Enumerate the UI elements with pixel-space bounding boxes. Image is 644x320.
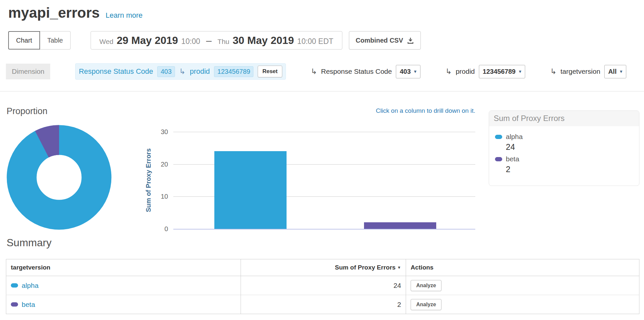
y-axis-ticks: 0102030 xyxy=(143,132,168,229)
legend-panel: Sum of Proxy Errors alpha 24 beta 2 xyxy=(489,110,639,186)
targetversion-select[interactable]: All ▾ xyxy=(604,65,626,78)
bar-alpha[interactable] xyxy=(214,151,287,229)
gridline xyxy=(173,132,475,132)
legend-label: alpha xyxy=(506,133,523,141)
section-divider xyxy=(0,91,644,91)
tab-chart[interactable]: Chart xyxy=(8,31,40,50)
legend-body: alpha 24 beta 2 xyxy=(489,126,639,181)
drilldown-label: Response Status Code xyxy=(321,68,392,75)
select-value: All xyxy=(608,68,617,75)
legend-item-beta[interactable]: beta xyxy=(495,155,633,163)
caret-down-icon: ▾ xyxy=(519,69,522,74)
drilldown-label: prodid xyxy=(456,68,475,75)
drilldown-label: targetversion xyxy=(560,68,600,75)
end-day: Thu xyxy=(218,38,229,46)
column-header-sum-of-proxy-errors[interactable]: Sum of Proxy Errors▼ xyxy=(241,259,406,276)
select-value: 403 xyxy=(400,68,411,75)
row-link-alpha[interactable]: alpha xyxy=(22,282,38,290)
tab-table[interactable]: Table xyxy=(40,31,71,50)
analyze-button-alpha[interactable]: Analyze xyxy=(411,280,441,291)
prodid-select[interactable]: 123456789 ▾ xyxy=(479,65,526,78)
toolbar: Chart Table Wed 29 May 2019 10:00 – Thu … xyxy=(8,31,421,50)
combined-csv-button[interactable]: Combined CSV xyxy=(349,31,421,50)
legend-item-alpha[interactable]: alpha xyxy=(495,133,633,141)
date-range-picker[interactable]: Wed 29 May 2019 10:00 – Thu 30 May 2019 … xyxy=(91,31,342,50)
y-tick-label: 30 xyxy=(161,128,168,136)
row-link-beta[interactable]: beta xyxy=(22,301,35,309)
x-axis-line xyxy=(173,229,475,230)
proportion-donut-chart[interactable] xyxy=(3,122,115,233)
targetversion-cell: alpha xyxy=(11,282,236,290)
legend-value: 2 xyxy=(506,165,633,174)
date-range-separator: – xyxy=(206,35,212,46)
select-value: 123456789 xyxy=(483,68,516,75)
start-date: 29 May 2019 xyxy=(117,34,178,47)
legend-swatch-beta xyxy=(495,157,502,161)
row-value-beta: 2 xyxy=(241,295,406,314)
drilldown-targetversion: ↳ targetversion All ▾ xyxy=(550,65,626,78)
learn-more-link[interactable]: Learn more xyxy=(106,11,143,20)
row-swatch-alpha xyxy=(11,283,18,288)
summary-table: targetversion Sum of Proxy Errors▼ Actio… xyxy=(6,259,639,314)
end-time: 10:00 EDT xyxy=(297,37,333,46)
drilldown-arrow-icon: ↳ xyxy=(179,68,185,75)
drilldown-hint: Click on a column to drill down on it. xyxy=(173,107,475,114)
filter-value-chip-prodid: 123456789 xyxy=(214,66,253,77)
y-tick-label: 10 xyxy=(161,193,168,200)
page-title: myapi_errors xyxy=(8,5,100,21)
bar-plot xyxy=(173,132,475,229)
legend-value: 24 xyxy=(506,142,633,152)
proportion-title: Proportion xyxy=(7,106,48,116)
targetversion-cell: beta xyxy=(11,301,236,309)
summary-title: Summary xyxy=(7,237,52,249)
caret-down-icon: ▾ xyxy=(414,69,417,74)
row-value-alpha: 24 xyxy=(241,276,406,295)
legend-title: Sum of Proxy Errors xyxy=(489,111,639,126)
analyze-button-beta[interactable]: Analyze xyxy=(411,299,441,310)
drilldown-prodid: ↳ prodid 123456789 ▾ xyxy=(445,65,525,78)
view-toggle: Chart Table xyxy=(8,31,71,50)
dimension-bar: Dimension Response Status Code 403 ↳ pro… xyxy=(6,62,637,81)
dimension-label: Dimension xyxy=(6,64,50,79)
drilldown-response-status-code: ↳ Response Status Code 403 ▾ xyxy=(311,65,420,78)
drilldown-arrow-icon: ↳ xyxy=(550,68,556,75)
drilldown-arrow-icon: ↳ xyxy=(311,68,317,75)
table-row-alpha: alpha 24 Analyze xyxy=(6,276,639,295)
drilldown-arrow-icon: ↳ xyxy=(445,68,452,75)
applied-filters: Response Status Code 403 ↳ prodid 123456… xyxy=(75,63,286,80)
legend-label: beta xyxy=(506,155,519,163)
column-header-targetversion[interactable]: targetversion xyxy=(6,259,241,276)
table-header-row: targetversion Sum of Proxy Errors▼ Actio… xyxy=(6,259,639,276)
start-time: 10:00 xyxy=(181,37,200,46)
response-status-code-select[interactable]: 403 ▾ xyxy=(396,65,420,78)
row-swatch-beta xyxy=(11,302,18,307)
start-day: Wed xyxy=(99,38,114,46)
filter-value-chip-403: 403 xyxy=(157,66,175,77)
filter-name-response-status-code: Response Status Code xyxy=(79,67,153,76)
reset-button[interactable]: Reset xyxy=(258,66,282,77)
legend-swatch-alpha xyxy=(495,135,502,139)
sort-desc-icon: ▼ xyxy=(397,265,401,270)
column-header-sum-label: Sum of Proxy Errors xyxy=(335,264,396,271)
end-date: 30 May 2019 xyxy=(233,34,294,47)
y-tick-label: 20 xyxy=(161,160,168,168)
y-tick-label: 0 xyxy=(164,225,168,233)
caret-down-icon: ▾ xyxy=(620,69,622,74)
column-header-actions: Actions xyxy=(406,259,639,276)
bar-beta[interactable] xyxy=(364,222,436,229)
filter-name-prodid: prodid xyxy=(190,67,210,76)
download-icon xyxy=(407,37,414,44)
table-row-beta: beta 2 Analyze xyxy=(6,295,639,314)
combined-csv-label: Combined CSV xyxy=(356,37,403,44)
page-header: myapi_errors Learn more xyxy=(8,5,142,21)
